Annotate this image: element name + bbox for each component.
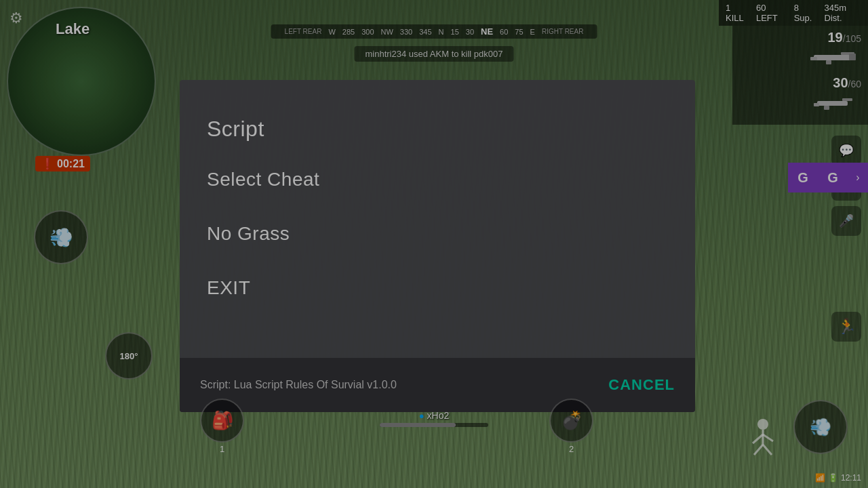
modal-overlay xyxy=(0,0,868,488)
